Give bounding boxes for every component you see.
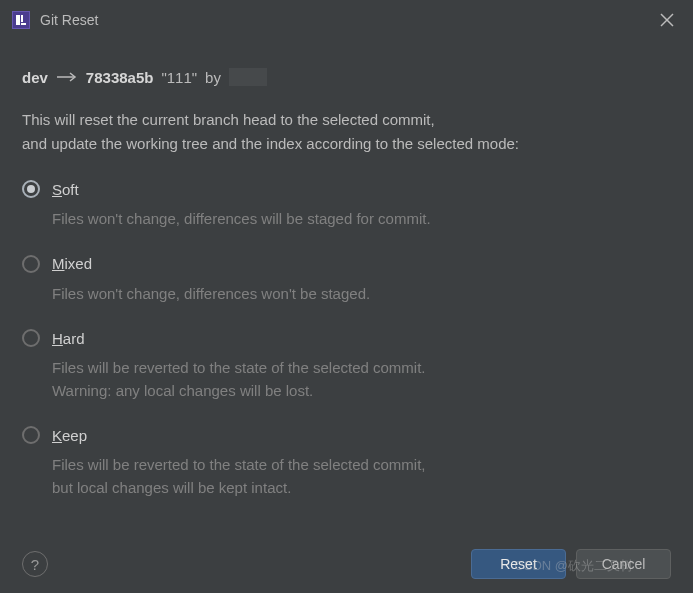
commit-author (229, 68, 267, 86)
radio-soft[interactable]: Soft (22, 180, 671, 198)
option-label-hard: Hard (52, 330, 85, 347)
svg-rect-0 (16, 15, 20, 25)
radio-icon (22, 255, 40, 273)
reset-mode-options: Soft Files won't change, differences wil… (22, 180, 671, 499)
close-button[interactable] (653, 6, 681, 34)
radio-hard[interactable]: Hard (22, 329, 671, 347)
dialog-title: Git Reset (40, 12, 653, 28)
dialog-footer: ? Reset Cancel (22, 549, 671, 579)
commit-hash: 78338a5b (86, 69, 154, 86)
close-icon (660, 13, 674, 27)
cancel-button[interactable]: Cancel (576, 549, 671, 579)
arrow-icon (56, 69, 78, 86)
commit-by-label: by (205, 69, 221, 86)
option-label-soft: Soft (52, 181, 79, 198)
radio-icon (22, 426, 40, 444)
svg-rect-1 (21, 15, 23, 22)
description-line-1: This will reset the current branch head … (22, 108, 671, 132)
titlebar: Git Reset (0, 0, 693, 40)
option-label-mixed: Mixed (52, 255, 92, 272)
radio-icon (22, 180, 40, 198)
option-soft: Soft Files won't change, differences wil… (22, 180, 671, 231)
radio-keep[interactable]: Keep (22, 426, 671, 444)
reset-button[interactable]: Reset (471, 549, 566, 579)
commit-info: dev 78338a5b "111" by (22, 68, 671, 86)
option-desc-keep: Files will be reverted to the state of t… (52, 454, 671, 499)
dialog-description: This will reset the current branch head … (22, 108, 671, 156)
option-label-keep: Keep (52, 427, 87, 444)
option-desc-mixed: Files won't change, differences won't be… (52, 283, 671, 306)
option-desc-hard: Files will be reverted to the state of t… (52, 357, 671, 402)
app-icon (12, 11, 30, 29)
branch-name: dev (22, 69, 48, 86)
help-button[interactable]: ? (22, 551, 48, 577)
radio-icon (22, 329, 40, 347)
option-keep: Keep Files will be reverted to the state… (22, 426, 671, 499)
radio-mixed[interactable]: Mixed (22, 255, 671, 273)
description-line-2: and update the working tree and the inde… (22, 132, 671, 156)
option-desc-soft: Files won't change, differences will be … (52, 208, 671, 231)
dialog-content: dev 78338a5b "111" by This will reset th… (0, 40, 693, 499)
svg-rect-2 (21, 23, 26, 25)
option-mixed: Mixed Files won't change, differences wo… (22, 255, 671, 306)
commit-message: "111" (161, 69, 197, 86)
option-hard: Hard Files will be reverted to the state… (22, 329, 671, 402)
